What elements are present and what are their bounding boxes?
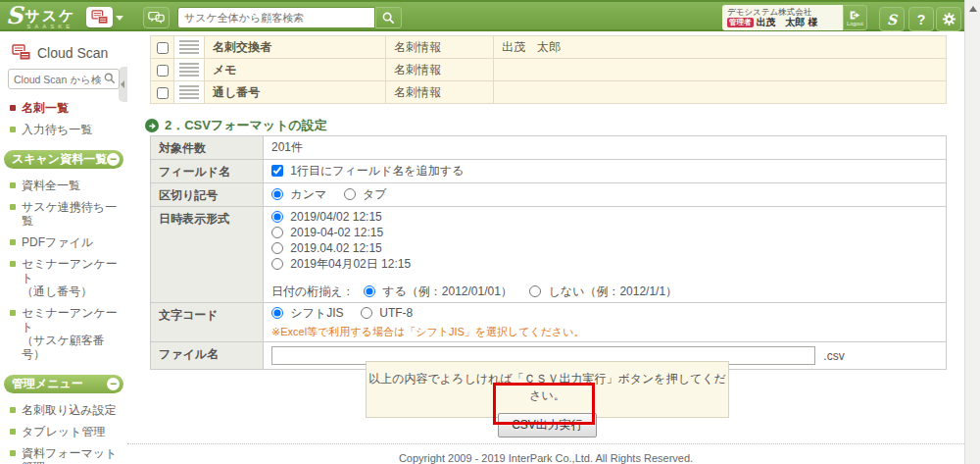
sasuke-logo[interactable]: S サスケ SAASKE <box>6 4 75 29</box>
settings-button[interactable] <box>936 7 961 31</box>
scroll-up-arrow-icon[interactable] <box>969 6 977 12</box>
logout-label: Logout <box>847 21 863 26</box>
chat-bubbles-icon <box>148 11 165 25</box>
datetime-format-radio-3[interactable] <box>271 242 283 254</box>
bullet-icon <box>10 429 16 435</box>
target-count-value: 201件 <box>264 136 947 160</box>
setting-label: フィールド名 <box>151 160 264 183</box>
field-list-table: 名刺交換者 名刺情報 出茂 太郎 メモ 名刺情報 通し番号 名刺情報 <box>150 35 947 104</box>
charset-utf8-radio[interactable] <box>361 307 372 319</box>
datetime-format-radio-4[interactable] <box>271 258 283 270</box>
namecard-icon <box>12 44 31 61</box>
section-header-admin-menu: 管理メニュー − <box>4 375 123 393</box>
row-checkbox[interactable] <box>157 42 169 54</box>
logo-text: サスケ <box>24 7 75 25</box>
csv-export-button[interactable]: CSV出力実行 <box>498 413 597 438</box>
datetime-format-option-4[interactable]: 2019年04月02日 12:15 <box>271 257 938 272</box>
charset-sjis-radio[interactable] <box>271 307 283 319</box>
top-header: S サスケ SAASKE <box>0 0 964 31</box>
filename-suffix: .csv <box>823 349 844 363</box>
sasuke-home-button[interactable]: S <box>879 7 905 31</box>
copyright-text: Copyright 2009 - 2019 InterPark Co.,Ltd.… <box>399 452 693 464</box>
row-checkbox[interactable] <box>157 65 169 77</box>
sidebar-menu-admin: 名刺取り込み設定 タブレット管理 資料フォーマット管理 <box>0 403 127 464</box>
delimiter-comma-radio[interactable] <box>271 188 283 200</box>
charset-utf8-option[interactable]: UTF-8 <box>361 306 413 320</box>
sidebar-item-pdf-file[interactable]: PDFファイル <box>10 235 127 249</box>
sidebar-item-meishi-ichiran[interactable]: 名刺一覧 <box>10 101 127 115</box>
sidebar-collapse-button[interactable] <box>119 67 127 102</box>
date-padding-label: 日付の桁揃え： <box>271 284 355 298</box>
fieldname-checkbox[interactable] <box>271 165 283 177</box>
global-search-button[interactable] <box>375 7 402 28</box>
collapse-section-button[interactable]: − <box>107 153 120 166</box>
sidebar-search-input[interactable] <box>8 69 120 89</box>
datetime-format-radio-2[interactable] <box>271 227 283 238</box>
delimiter-tab-option[interactable]: タブ <box>344 187 387 201</box>
user-info: デモシステム株式会社 管理者 出茂 太郎 様 <box>722 5 843 30</box>
sidebar-item-meishi-torikomi[interactable]: 名刺取り込み設定 <box>10 403 127 417</box>
charset-note: ※Excel等で利用する場合は「シフトJIS」を選択してください。 <box>271 325 938 339</box>
sidebar-item-seminar-anketo-kokyaku[interactable]: セミナーアンケート （サスケ顧客番号） <box>10 306 127 361</box>
sidebar-menu-top: 名刺一覧 入力待ち一覧 <box>0 101 127 136</box>
datetime-format-option-2[interactable]: 2019-04-02 12:15 <box>271 226 938 240</box>
date-padding-no-radio[interactable] <box>529 285 541 297</box>
confirm-message: 以上の内容でよろしければ「ＣＳＶ出力実行」ボタンを押してください。 <box>367 371 728 404</box>
table-row: 名刺交換者 名刺情報 出茂 太郎 <box>151 36 947 59</box>
bullet-icon <box>10 127 16 132</box>
footer: Copyright 2009 - 2019 InterPark Co.,Ltd.… <box>127 443 964 464</box>
sasuke-icon: S <box>887 12 897 27</box>
drag-handle-icon[interactable] <box>179 63 199 77</box>
search-icon <box>382 12 395 25</box>
sidebar-item-sasuke-renkei[interactable]: サスケ連携待ち一覧 <box>10 200 127 228</box>
namecard-icon <box>91 10 109 25</box>
datetime-format-radio-1[interactable] <box>271 211 283 223</box>
chat-button[interactable] <box>143 7 170 28</box>
sidebar-item-seminar-anketo-toshi[interactable]: セミナーアンケート （通し番号） <box>10 257 127 298</box>
user-name: 出茂 太郎 様 <box>757 17 818 28</box>
bullet-icon <box>10 182 16 188</box>
datetime-format-option-3[interactable]: 2019.04.02 12:15 <box>271 241 938 256</box>
sidebar-item-shiryo-zen-ichiran[interactable]: 資料全一覧 <box>10 179 127 192</box>
dropdown-caret-icon[interactable] <box>116 16 123 21</box>
setting-label: 区切り記号 <box>151 183 264 207</box>
date-padding-yes-radio[interactable] <box>364 285 375 297</box>
bullet-icon <box>10 450 16 456</box>
app-window: S サスケ SAASKE <box>0 0 980 464</box>
charset-sjis-option[interactable]: シフトJIS <box>271 306 347 320</box>
namecard-app-button[interactable] <box>86 7 113 27</box>
fieldname-checkbox-label[interactable]: 1行目にフィールド名を追加する <box>271 164 464 178</box>
row-checkbox[interactable] <box>157 87 169 99</box>
scrollbar[interactable] <box>964 0 980 464</box>
date-padding-yes-option[interactable]: する（例：2012/01/01） <box>364 284 515 298</box>
logo-subtext: SAASKE <box>24 24 75 29</box>
bullet-icon <box>10 204 16 210</box>
search-icon <box>104 73 116 84</box>
setting-label: ファイル名 <box>151 342 264 370</box>
bullet-icon <box>10 261 16 267</box>
csv-settings-table: 対象件数 201件 フィールド名 1行目にフィールド名を追加する 区切り記号 <box>150 135 947 370</box>
sasuke-swoosh-icon: S <box>6 4 23 27</box>
logout-button[interactable]: Logout <box>843 5 867 30</box>
help-button[interactable]: ? <box>908 7 934 31</box>
logout-icon <box>849 10 861 21</box>
delimiter-comma-option[interactable]: カンマ <box>271 187 330 201</box>
drag-handle-icon[interactable] <box>179 85 199 99</box>
bullet-icon <box>10 239 16 245</box>
global-search-input[interactable] <box>177 7 375 28</box>
setting-label: 対象件数 <box>151 136 264 160</box>
main-content: 名刺交換者 名刺情報 出茂 太郎 メモ 名刺情報 通し番号 名刺情報 <box>127 31 964 464</box>
confirm-box: 以上の内容でよろしければ「ＣＳＶ出力実行」ボタンを押してください。 CSV出力実… <box>366 361 729 418</box>
collapse-section-button[interactable]: − <box>107 378 120 390</box>
delimiter-tab-radio[interactable] <box>344 188 356 200</box>
sidebar-item-nyuryoku-machi[interactable]: 入力待ち一覧 <box>10 123 127 136</box>
drag-handle-icon[interactable] <box>179 40 199 54</box>
role-badge: 管理者 <box>727 18 754 27</box>
table-row: メモ 名刺情報 <box>151 59 947 81</box>
sidebar-item-tablet-kanri[interactable]: タブレット管理 <box>10 425 127 438</box>
cloud-scan-title: Cloud Scan <box>12 44 127 61</box>
date-padding-no-option[interactable]: しない（例：2012/1/1） <box>529 284 677 298</box>
help-icon: ? <box>917 12 926 27</box>
datetime-format-option-1[interactable]: 2019/04/02 12:15 <box>271 210 938 225</box>
sidebar-item-shiryo-format-kanri[interactable]: 資料フォーマット管理 <box>10 446 127 464</box>
